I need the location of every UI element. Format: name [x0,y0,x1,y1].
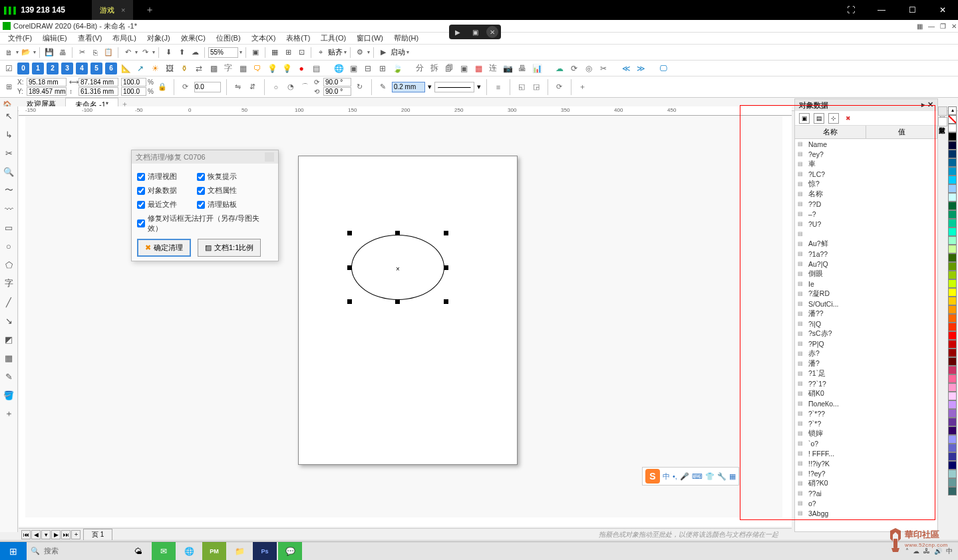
paste-icon[interactable]: 📋 [102,47,114,59]
chart-icon[interactable]: 📊 [531,63,543,74]
color-swatch[interactable] [948,487,957,495]
menu-text[interactable]: 文本(X) [246,33,281,43]
vtab-objdata[interactable]: 对象数据 [938,117,947,126]
wrap-text-icon[interactable]: ≡ [492,81,504,93]
data-row[interactable]: ▤!?ey? [795,468,937,478]
snap-grid-icon[interactable]: ⊡ [295,47,307,59]
page-add-icon[interactable]: ＋ [71,530,80,539]
menu-file[interactable]: 文件(F) [3,33,37,43]
launch-icon[interactable]: ▶ [377,47,389,59]
next-icon[interactable]: ≫ [635,63,647,74]
stamp-icon[interactable]: ▣ [458,63,470,74]
page-first-icon[interactable]: ⏮ [21,530,31,539]
crop2-icon[interactable]: ✂ [597,63,609,74]
copy-icon[interactable]: ⎘ [89,47,101,59]
rec-close-icon[interactable]: ✕ [486,26,498,38]
cloud-icon[interactable]: ☁ [554,63,565,74]
menu-tools[interactable]: 工具(O) [315,33,351,43]
target-icon[interactable]: ◎ [583,63,595,74]
sx-input[interactable] [121,78,146,86]
color-swatch[interactable] [948,167,957,176]
data-row[interactable]: ▤Au?|Q [795,259,937,269]
shape-tool[interactable]: ↳ [2,128,15,141]
color-swatch[interactable] [948,141,957,150]
data-row[interactable]: ▤赤? [795,349,937,358]
color-swatch[interactable] [948,271,957,279]
page-tab[interactable]: 页 1 [83,529,112,541]
palette-up[interactable]: ▴ [948,106,957,115]
bulb-icon[interactable]: 💡 [266,63,278,74]
data-row[interactable]: ▤Name [795,139,937,149]
add-tool[interactable]: ＋ [2,407,15,420]
chk-repair[interactable] [137,219,145,227]
freehand-tool[interactable]: 〜 [2,184,15,197]
text-icon[interactable]: 字 [222,63,234,74]
macro-5[interactable]: 5 [90,63,102,74]
data-row[interactable]: ▤車 [795,159,937,169]
ellipse-tool[interactable]: ○ [2,239,15,253]
guides-icon[interactable]: ⊞ [282,47,294,59]
color-swatch[interactable] [948,452,957,461]
convert-icon[interactable]: ⟳ [554,81,565,93]
quick-customize-icon[interactable]: ▦ [917,23,923,30]
data-row[interactable]: ▤惊? [795,179,937,189]
angle1-input[interactable] [323,78,351,86]
front-icon[interactable]: ◱ [516,81,528,93]
no-fill-swatch[interactable] [948,115,957,124]
data-row[interactable]: ▤硝?K0 [795,478,937,488]
data-row[interactable]: ▤潘?? [795,309,937,319]
redo-icon[interactable]: ↷ [139,47,151,59]
taskbar-search[interactable]: 🔍 搜索 [27,543,120,559]
page-list-icon[interactable]: ▾ [41,530,51,539]
dots-icon[interactable]: ▦ [472,63,484,74]
color-swatch[interactable] [948,262,957,271]
color-swatch[interactable] [948,409,957,418]
data-row[interactable]: ▤ПолеКо... [795,398,937,408]
globe-icon[interactable]: 🌐 [333,63,345,74]
color-swatch[interactable] [948,236,957,245]
data-row[interactable]: ▤硝K0 [795,388,937,398]
color-swatch[interactable] [948,331,957,340]
data-row[interactable]: ▤?i|Q [795,319,937,329]
data-row[interactable]: ▤锁婶 [795,428,937,438]
app-pm[interactable]: PM [202,542,226,561]
export-icon[interactable]: ⬆ [176,47,188,59]
note-icon[interactable]: 🗨 [251,63,263,74]
chk-hint[interactable] [197,173,205,181]
artistic-tool[interactable]: 〰 [2,202,15,215]
data-row[interactable]: ▤?P|Q [795,339,937,349]
app-wechat2[interactable]: 💬 [278,542,302,561]
lock-ratio-icon[interactable]: 🔒 [156,81,168,93]
data-row[interactable]: ▤倒眼 [795,269,937,279]
macro-4[interactable]: 4 [76,63,88,74]
ime-mic-icon[interactable]: 🎤 [680,472,689,481]
app-close-icon[interactable]: ✕ [951,23,957,30]
split-icon[interactable]: 分 [414,63,426,74]
ime-keyboard-icon[interactable]: ⌨ [692,472,703,481]
data-row[interactable]: ▤3Abgg [795,508,937,518]
color-swatch[interactable] [948,297,957,305]
docker-view1-icon[interactable]: ▣ [799,113,810,124]
color-swatch[interactable] [948,219,957,227]
data-row[interactable]: ▤–? [795,209,937,219]
undo-icon[interactable]: ↶ [122,47,134,59]
ime-tool-icon[interactable]: 🔧 [717,472,726,481]
app-explorer[interactable]: 📁 [228,542,251,561]
toggle-icon[interactable]: ☑ [3,63,15,74]
eyedropper-tool[interactable]: ✎ [2,370,15,383]
shadow-tool[interactable]: ◩ [2,333,15,346]
data-row[interactable]: ▤?1`足 [795,368,937,378]
data-row[interactable]: ▤S/OutCi... [795,299,937,309]
snap-icon[interactable]: ⌖ [315,47,327,59]
prev-icon[interactable]: ≪ [620,63,632,74]
chk-view[interactable] [137,173,145,181]
position-icon[interactable]: ⊞ [3,81,15,93]
rec-play-icon[interactable]: ▶ [452,26,464,38]
menu-table[interactable]: 表格(T) [281,33,315,43]
h-input[interactable] [79,87,118,96]
back-icon[interactable]: ◲ [530,81,542,93]
snap-label[interactable]: 贴齐 [328,47,343,57]
printer-icon[interactable]: 🖶 [516,63,528,74]
color-swatch[interactable] [948,184,957,193]
data-row[interactable]: ▤`o? [795,438,937,448]
